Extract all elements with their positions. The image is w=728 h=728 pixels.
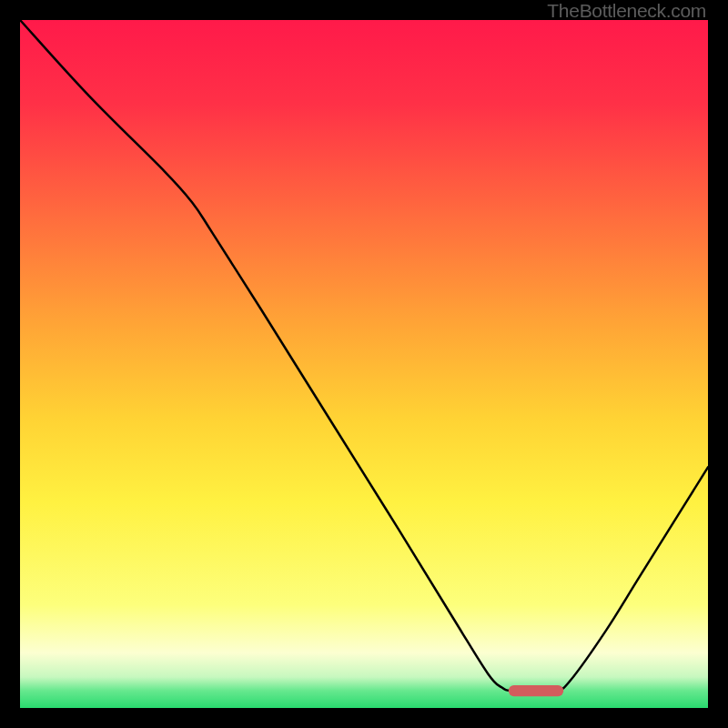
chart-svg — [20, 20, 708, 708]
gradient-background — [20, 20, 708, 708]
optimal-marker — [509, 685, 563, 696]
watermark-text: TheBottleneck.com — [547, 0, 706, 22]
bottleneck-chart — [20, 20, 708, 708]
